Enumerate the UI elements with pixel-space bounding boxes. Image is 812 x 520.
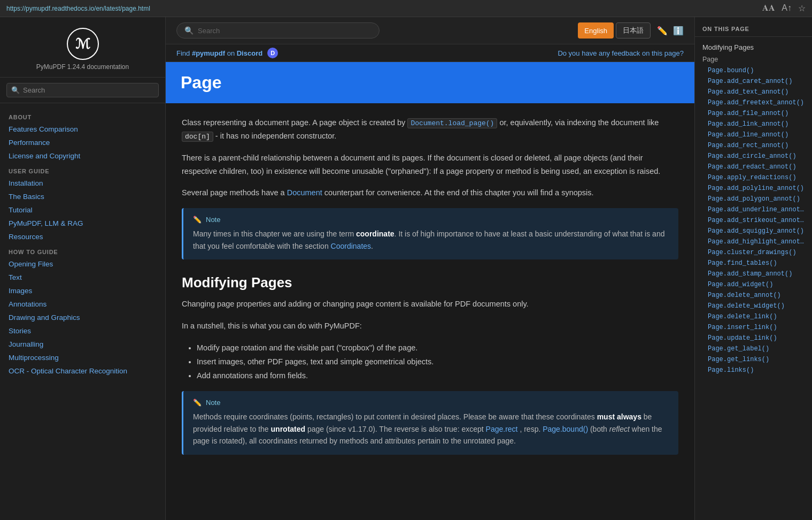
lang-buttons: English 日本語 — [578, 22, 651, 39]
right-sidebar-item-8[interactable]: Page.add_circle_annot() — [695, 151, 812, 162]
info-icon[interactable]: ℹ️ — [673, 26, 684, 36]
sidebar-item-opening[interactable]: Opening Files — [0, 257, 165, 271]
edit-icon[interactable]: ✏️ — [657, 26, 668, 36]
main-layout: ℳ PyMuPDF 1.24.4 documentation 🔍 Search … — [0, 17, 812, 520]
sidebar-item-text[interactable]: Text — [0, 271, 165, 284]
sidebar-item-basics[interactable]: The Basics — [0, 190, 165, 203]
sidebar-item-ocr[interactable]: OCR - Optical Character Recognition — [0, 364, 165, 378]
right-sidebar-item-4[interactable]: Page.add_file_annot() — [695, 108, 812, 119]
center-content: 🔍 English 日本語 ✏️ ℹ️ Find #pymupdf on Dis… — [166, 17, 694, 520]
search-input[interactable] — [198, 27, 372, 35]
right-sidebar-item-12[interactable]: Page.add_polygon_annot() — [695, 194, 812, 204]
sidebar-item-drawing[interactable]: Drawing and Graphics — [0, 311, 165, 324]
discord-logo-icon: D — [267, 48, 278, 58]
sidebar-item-features[interactable]: Features Comparison — [0, 123, 165, 136]
right-sidebar-section-modifying[interactable]: Modifying Pages — [695, 41, 812, 53]
logo-icon: ℳ — [67, 28, 99, 60]
sidebar-item-tutorial[interactable]: Tutorial — [0, 203, 165, 217]
url-bar: https://pymupdf.readthedocs.io/en/latest… — [6, 5, 150, 12]
sidebar-item-journalling[interactable]: Journalling — [0, 338, 165, 351]
note-label-1: Note — [206, 216, 220, 224]
left-sidebar: ℳ PyMuPDF 1.24.4 documentation 🔍 Search … — [0, 17, 166, 520]
font-increase-icon[interactable]: A↑ — [782, 3, 792, 13]
lang-japanese-button[interactable]: 日本語 — [616, 22, 651, 39]
search-icon: 🔍 — [11, 86, 20, 94]
sidebar-item-llm[interactable]: PyMuPDF, LLM & RAG — [0, 217, 165, 230]
coordinate-bold: coordinate — [356, 230, 395, 238]
right-sidebar-item-10[interactable]: Page.apply_redactions() — [695, 172, 812, 183]
page-title: Page — [181, 73, 679, 93]
intro-paragraph-2: There is a parent-child relationship bet… — [182, 151, 678, 178]
section-intro: Changing page properties and adding or c… — [182, 297, 678, 311]
right-sidebar-item-2[interactable]: Page.add_text_annot() — [695, 87, 812, 97]
sidebar-item-resources[interactable]: Resources — [0, 230, 165, 243]
nav-section-userguide: USER GUIDE — [0, 163, 165, 177]
sidebar-nav: ABOUT Features Comparison Performance Li… — [0, 103, 165, 520]
nav-section-about: ABOUT — [0, 109, 165, 123]
search-bar[interactable]: 🔍 — [176, 22, 380, 39]
sidebar-search-box[interactable]: 🔍 Search — [6, 83, 159, 97]
right-sidebar-item-1[interactable]: Page.add_caret_annot() — [695, 76, 812, 87]
sidebar-item-images[interactable]: Images — [0, 284, 165, 297]
bookmark-icon[interactable]: ☆ — [798, 3, 806, 13]
doc-index-code: doc[n] — [182, 132, 213, 142]
sidebar-search-container: 🔍 Search — [0, 78, 165, 103]
right-sidebar-item-5[interactable]: Page.add_link_annot() — [695, 119, 812, 129]
right-sidebar-item-27[interactable]: Page.get_links() — [695, 354, 812, 365]
reflect-italic: reflect — [609, 425, 630, 433]
right-sidebar-item-11[interactable]: Page.add_polyline_annot() — [695, 183, 812, 194]
sidebar-item-multiprocessing[interactable]: Multiprocessing — [0, 351, 165, 364]
top-bar: https://pymupdf.readthedocs.io/en/latest… — [0, 0, 812, 17]
lang-english-button[interactable]: English — [578, 22, 614, 39]
page-bound-link[interactable]: Page.bound() — [543, 425, 588, 433]
right-sidebar-item-23[interactable]: Page.delete_link() — [695, 311, 812, 322]
right-sidebar-section-page[interactable]: Page — [695, 53, 812, 65]
document-link[interactable]: Document — [287, 188, 322, 197]
note-header-1: ✏️ Note — [193, 216, 669, 224]
right-sidebar-item-9[interactable]: Page.add_redact_annot() — [695, 162, 812, 172]
sidebar-item-license[interactable]: License and Copyright — [0, 149, 165, 163]
right-sidebar-item-3[interactable]: Page.add_freetext_annot() — [695, 97, 812, 108]
page-rect-link[interactable]: Page.rect — [486, 425, 518, 433]
sidebar-item-stories[interactable]: Stories — [0, 324, 165, 338]
discord-link[interactable]: Find #pymupdf on Discord D — [176, 48, 278, 58]
sidebar-search-label: Search — [23, 86, 45, 94]
doc-load-link[interactable]: Document.load_page() — [407, 118, 497, 128]
sidebar-item-performance[interactable]: Performance — [0, 136, 165, 149]
right-sidebar-item-16[interactable]: Page.add_highlight_annot() — [695, 236, 812, 247]
right-sidebar-item-14[interactable]: Page.add_strikeout_annot() — [695, 215, 812, 226]
nav-section-howto: HOW TO GUIDE — [0, 243, 165, 257]
text-size-icon[interactable]: 𝐀𝐀 — [762, 3, 775, 13]
search-icon: 🔍 — [184, 26, 194, 35]
right-sidebar-item-20[interactable]: Page.add_widget() — [695, 279, 812, 290]
sidebar-item-installation[interactable]: Installation — [0, 177, 165, 190]
right-sidebar-item-18[interactable]: Page.find_tables() — [695, 258, 812, 269]
feedback-link[interactable]: Do you have any feedback on this page? — [558, 49, 684, 57]
right-sidebar-item-6[interactable]: Page.add_line_annot() — [695, 129, 812, 140]
right-sidebar-item-24[interactable]: Page.insert_link() — [695, 322, 812, 333]
right-sidebar-item-0[interactable]: Page.bound() — [695, 65, 812, 76]
right-sidebar: ON THIS PAGE Modifying Pages Page Page.b… — [694, 17, 812, 520]
right-sidebar-item-19[interactable]: Page.add_stamp_annot() — [695, 269, 812, 279]
right-sidebar-item-13[interactable]: Page.add_underline_annot() — [695, 204, 812, 215]
note-box-1: ✏️ Note Many times in this chapter we ar… — [182, 208, 678, 259]
note-box-2: ✏️ Note Methods require coordinates (poi… — [182, 391, 678, 454]
right-sidebar-title: ON THIS PAGE — [695, 26, 812, 37]
header-icons: ✏️ ℹ️ — [657, 26, 684, 36]
coordinates-link[interactable]: Coordinates — [331, 242, 372, 250]
pencil-icon: ✏️ — [193, 216, 202, 224]
right-sidebar-item-15[interactable]: Page.add_squiggly_annot() — [695, 226, 812, 236]
content-body: Page Class representing a document page.… — [166, 62, 694, 520]
right-sidebar-item-28[interactable]: Page.links() — [695, 365, 812, 376]
intro-paragraph-3: Several page methods have a Document cou… — [182, 186, 678, 200]
right-sidebar-item-25[interactable]: Page.update_link() — [695, 333, 812, 343]
sidebar-item-annotations[interactable]: Annotations — [0, 297, 165, 311]
content-subheader: Find #pymupdf on Discord D Do you have a… — [166, 44, 694, 62]
right-sidebar-item-17[interactable]: Page.cluster_drawings() — [695, 247, 812, 258]
bullet-item-1: Modify page rotation and the visible par… — [197, 341, 678, 355]
right-sidebar-item-22[interactable]: Page.delete_widget() — [695, 301, 812, 311]
right-sidebar-item-21[interactable]: Page.delete_annot() — [695, 290, 812, 301]
bullet-item-3: Add annotations and form fields. — [197, 369, 678, 383]
right-sidebar-item-26[interactable]: Page.get_label() — [695, 343, 812, 354]
right-sidebar-item-7[interactable]: Page.add_rect_annot() — [695, 140, 812, 151]
